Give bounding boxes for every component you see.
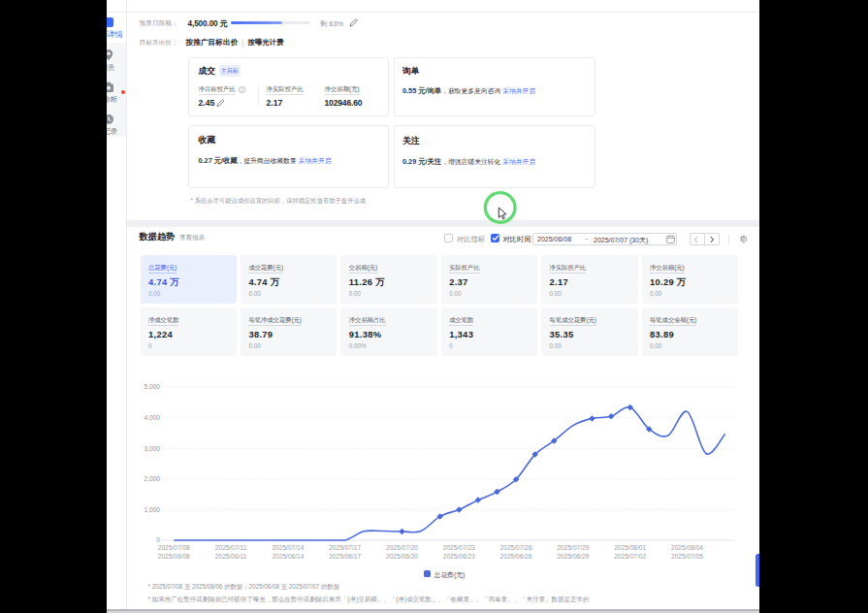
- svg-text:i: i: [241, 87, 241, 92]
